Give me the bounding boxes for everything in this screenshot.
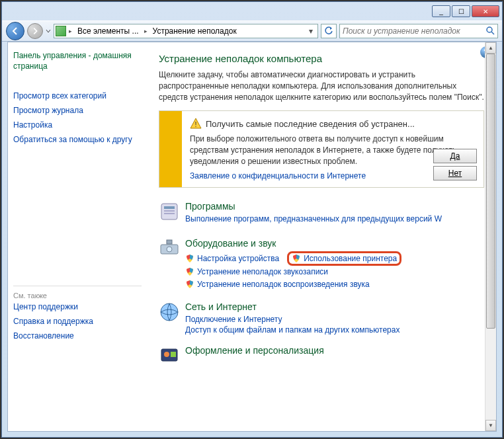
scroll-thumb[interactable] bbox=[486, 54, 495, 329]
scroll-up-button[interactable]: ▲ bbox=[485, 42, 496, 54]
svg-text:!: ! bbox=[194, 120, 196, 128]
see-also-heading: См. также bbox=[13, 286, 142, 299]
svg-rect-13 bbox=[171, 352, 176, 357]
search-input[interactable] bbox=[343, 26, 485, 36]
svg-line-1 bbox=[491, 32, 494, 34]
category-title[interactable]: Оборудование и звук bbox=[185, 238, 484, 249]
search-box[interactable] bbox=[339, 24, 498, 38]
sidebar: Панель управления - домашняя страница Пр… bbox=[8, 42, 147, 431]
category-personalization: Оформление и персонализация bbox=[159, 345, 484, 372]
navbar: ▸ Все элементы ... ▸ Устранение неполадо… bbox=[2, 20, 502, 42]
maximize-button[interactable]: ☐ bbox=[452, 5, 470, 17]
forward-button[interactable] bbox=[27, 23, 43, 39]
address-dropdown-icon[interactable]: ▾ bbox=[306, 26, 316, 36]
sidebar-link-history[interactable]: Просмотр журнала bbox=[13, 103, 142, 118]
svg-rect-6 bbox=[164, 213, 175, 214]
task-link[interactable]: Устранение неполадок воспроизведения зву… bbox=[185, 280, 370, 289]
svg-point-0 bbox=[487, 27, 492, 32]
category-programs: Программы Выполнение программ, предназна… bbox=[159, 201, 484, 227]
back-button[interactable] bbox=[6, 22, 24, 40]
svg-rect-9 bbox=[167, 240, 172, 244]
sidebar-link-all-categories[interactable]: Просмотр всех категорий bbox=[13, 89, 142, 103]
breadcrumb-segment[interactable]: Все элементы ... bbox=[75, 26, 142, 36]
history-dropdown-icon[interactable] bbox=[46, 27, 51, 35]
control-panel-icon bbox=[56, 26, 66, 36]
network-icon bbox=[159, 301, 180, 323]
programs-icon bbox=[159, 201, 180, 222]
scroll-down-button[interactable]: ▼ bbox=[485, 420, 496, 431]
sidebar-link-ask-friend[interactable]: Обратиться за помощью к другу bbox=[13, 132, 142, 147]
svg-point-8 bbox=[167, 247, 172, 252]
hardware-icon bbox=[159, 238, 180, 259]
yes-button[interactable]: Да bbox=[433, 149, 477, 163]
refresh-button[interactable] bbox=[321, 24, 337, 38]
svg-rect-4 bbox=[164, 206, 175, 209]
task-link[interactable]: Устранение неполадок звукозаписи bbox=[185, 267, 328, 276]
minimize-button[interactable]: _ bbox=[432, 5, 450, 17]
warning-icon: ! bbox=[190, 118, 202, 130]
task-link[interactable]: Выполнение программ, предназначенных для… bbox=[185, 214, 442, 223]
privacy-link[interactable]: Заявление о конфиденциальности в Интерне… bbox=[190, 171, 366, 180]
category-title[interactable]: Сеть и Интернет bbox=[185, 301, 484, 312]
notice-title-text: Получить самые последние сведения об уст… bbox=[206, 119, 415, 129]
task-link[interactable]: Использование принтера bbox=[287, 251, 401, 266]
chevron-right-icon: ▸ bbox=[144, 28, 147, 34]
category-title[interactable]: Оформление и персонализация bbox=[185, 345, 484, 356]
sidebar-link-settings[interactable]: Настройка bbox=[13, 118, 142, 132]
breadcrumb-segment[interactable]: Устранение неполадок bbox=[150, 26, 239, 36]
notice-box: ! Получить самые последние сведения об у… bbox=[159, 110, 484, 187]
search-icon[interactable] bbox=[485, 26, 495, 37]
category-hardware: Оборудование и звук Настройка устройства… bbox=[159, 238, 484, 291]
sidebar-heading[interactable]: Панель управления - домашняя страница bbox=[13, 50, 142, 71]
task-link[interactable]: Доступ к общим файлам и папкам на других… bbox=[185, 325, 399, 335]
titlebar: _ ☐ ✕ bbox=[2, 2, 502, 20]
sidebar-link-action-center[interactable]: Центр поддержки bbox=[13, 299, 142, 314]
category-network: Сеть и Интернет Подключение к ИнтернетуД… bbox=[159, 301, 484, 335]
sidebar-link-help[interactable]: Справка и поддержка bbox=[13, 314, 142, 329]
main-panel: ? Устранение неполадок компьютера Щелкни… bbox=[147, 42, 496, 431]
vertical-scrollbar[interactable]: ▲ ▼ bbox=[485, 42, 496, 431]
close-button[interactable]: ✕ bbox=[472, 5, 499, 17]
chevron-right-icon: ▸ bbox=[69, 28, 72, 34]
page-title: Устранение неполадок компьютера bbox=[159, 53, 484, 64]
content-area: Панель управления - домашняя страница Пр… bbox=[7, 42, 497, 432]
svg-rect-5 bbox=[164, 210, 175, 212]
task-link[interactable]: Настройка устройства bbox=[185, 251, 279, 266]
svg-point-12 bbox=[164, 352, 169, 357]
category-title[interactable]: Программы bbox=[185, 201, 484, 212]
sidebar-link-recovery[interactable]: Восстановление bbox=[13, 329, 142, 343]
address-bar[interactable]: ▸ Все элементы ... ▸ Устранение неполадо… bbox=[54, 24, 318, 38]
notice-stripe bbox=[159, 111, 182, 186]
page-description: Щелкните задачу, чтобы автоматически диа… bbox=[159, 69, 484, 102]
no-button[interactable]: Нет bbox=[433, 166, 477, 180]
svg-point-10 bbox=[161, 303, 178, 321]
personalization-icon bbox=[159, 345, 180, 366]
task-link[interactable]: Подключение к Интернету bbox=[185, 315, 282, 324]
